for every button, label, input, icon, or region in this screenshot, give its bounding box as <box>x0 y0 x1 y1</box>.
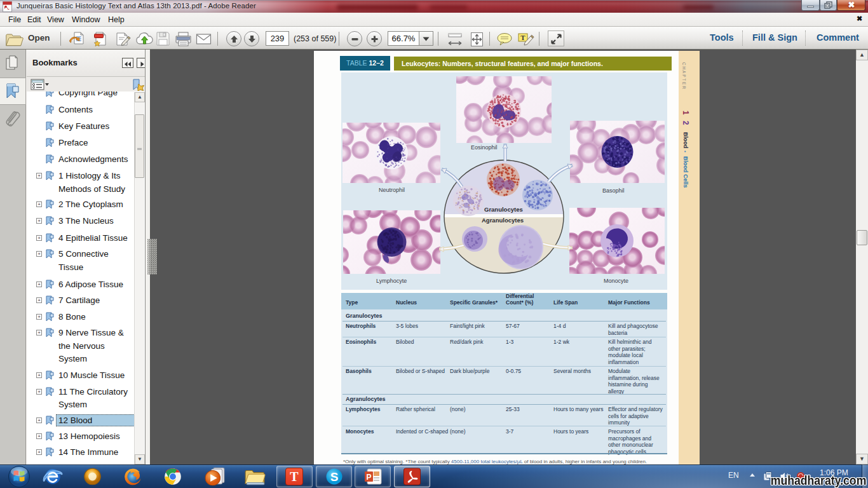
svg-text:P: P <box>366 473 371 482</box>
svg-text:S: S <box>330 470 339 484</box>
svg-text:T: T <box>520 34 526 41</box>
